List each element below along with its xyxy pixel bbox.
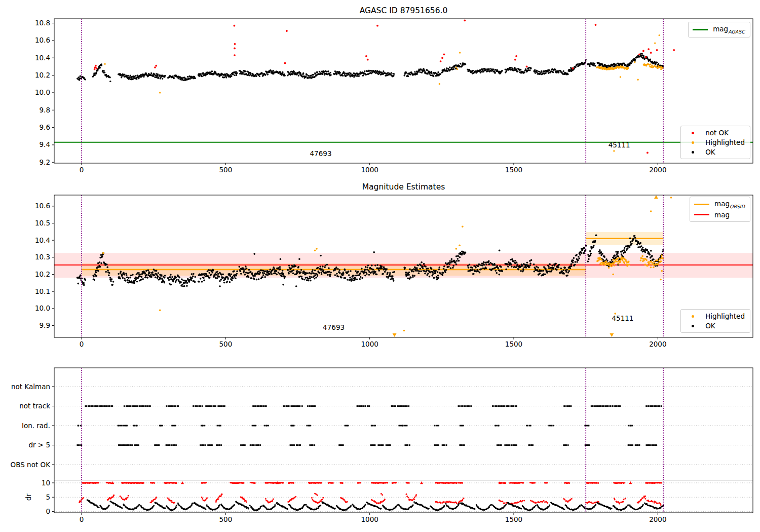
svg-text:10.4: 10.4 <box>35 54 50 62</box>
legend-point-status-middle: HighlightedOK <box>680 309 750 333</box>
svg-text:0: 0 <box>80 340 84 348</box>
svg-text:9.6: 9.6 <box>40 123 50 131</box>
svg-text:10.1: 10.1 <box>35 287 50 295</box>
svg-text:9.4: 9.4 <box>40 140 50 148</box>
dot-swatch-icon <box>692 141 694 144</box>
legend-label: OK <box>705 148 715 156</box>
plot-agasc-mag: 476934511105001000150020009.29.49.69.810… <box>54 19 753 163</box>
svg-text:2000: 2000 <box>649 340 666 348</box>
svg-text:10.3: 10.3 <box>35 253 50 261</box>
svg-text:10.6: 10.6 <box>35 202 50 210</box>
svg-text:10.4: 10.4 <box>35 236 50 244</box>
svg-text:500: 500 <box>219 166 232 174</box>
legend-label: magOBSID <box>714 200 745 209</box>
svg-text:1500: 1500 <box>505 340 522 348</box>
svg-text:10.0: 10.0 <box>35 88 50 96</box>
svg-text:47693: 47693 <box>310 149 332 158</box>
plot-flags-dr: 0500100015002000not Kalmannot trackIon. … <box>54 368 753 513</box>
svg-text:2000: 2000 <box>649 515 666 523</box>
svg-text:10.2: 10.2 <box>35 71 50 79</box>
svg-text:2000: 2000 <box>649 166 666 174</box>
svg-text:0: 0 <box>80 166 84 174</box>
svg-text:45111: 45111 <box>609 141 630 149</box>
line-swatch-icon <box>693 29 708 30</box>
svg-text:10.6: 10.6 <box>35 36 50 44</box>
svg-text:9.8: 9.8 <box>40 106 50 114</box>
legend-label: not OK <box>705 129 729 137</box>
svg-text:OBS not OK: OBS not OK <box>11 461 51 469</box>
svg-text:dr: dr <box>24 493 32 501</box>
legend-entry: mag <box>694 211 745 219</box>
line-swatch-icon <box>694 214 709 215</box>
legend-label: Highlighted <box>705 312 745 320</box>
legend-point-status-top: not OKHighlightedOK <box>680 126 750 159</box>
svg-text:9.2: 9.2 <box>40 158 50 166</box>
svg-text:10.2: 10.2 <box>35 270 50 278</box>
legend-entry: magAGASC <box>693 25 745 34</box>
svg-text:0: 0 <box>80 515 84 523</box>
svg-text:47693: 47693 <box>323 323 345 331</box>
svg-text:500: 500 <box>219 340 232 348</box>
legend-label: OK <box>705 322 715 330</box>
legend-entry: not OK <box>685 129 745 137</box>
legend-label: mag <box>714 211 730 219</box>
svg-text:10: 10 <box>42 479 50 487</box>
legend-entry: magOBSID <box>694 200 745 209</box>
svg-text:not track: not track <box>19 402 50 410</box>
svg-text:10.8: 10.8 <box>35 19 50 27</box>
svg-text:45111: 45111 <box>612 314 633 322</box>
svg-text:1500: 1500 <box>505 515 522 523</box>
svg-text:dr > 5: dr > 5 <box>28 441 50 449</box>
legend-mag-obsid: magOBSIDmag <box>690 197 750 222</box>
figure: AGASC ID 87951656.0 Magnitude Estimates … <box>0 0 760 532</box>
legend-label: magAGASC <box>713 25 745 34</box>
line-swatch-icon <box>694 204 709 205</box>
svg-text:0: 0 <box>46 507 50 515</box>
dot-swatch-icon <box>692 315 694 318</box>
plot-title-middle: Magnitude Estimates <box>54 182 753 192</box>
dot-swatch-icon <box>692 325 694 327</box>
svg-text:1000: 1000 <box>361 340 378 348</box>
svg-text:500: 500 <box>219 515 232 523</box>
svg-text:Ion. rad.: Ion. rad. <box>22 422 50 430</box>
legend-mag-agasc: magAGASC <box>688 22 750 37</box>
svg-text:1000: 1000 <box>361 166 378 174</box>
svg-text:1500: 1500 <box>505 166 522 174</box>
legend-entry: OK <box>685 148 745 156</box>
plot-magnitude-estimates: 476934511105001000150020009.910.010.110.… <box>54 195 753 337</box>
plot-title-top: AGASC ID 87951656.0 <box>54 6 753 15</box>
legend-entry: OK <box>685 322 745 330</box>
svg-text:1000: 1000 <box>361 515 378 523</box>
dot-swatch-icon <box>692 132 694 134</box>
svg-text:10.0: 10.0 <box>35 304 50 312</box>
dot-swatch-icon <box>692 151 694 154</box>
legend-label: Highlighted <box>705 138 745 146</box>
svg-text:10.5: 10.5 <box>35 219 50 227</box>
svg-text:not Kalman: not Kalman <box>11 383 50 391</box>
svg-text:5: 5 <box>46 493 50 501</box>
legend-entry: Highlighted <box>685 312 745 320</box>
svg-text:9.9: 9.9 <box>40 321 50 329</box>
legend-entry: Highlighted <box>685 138 745 146</box>
